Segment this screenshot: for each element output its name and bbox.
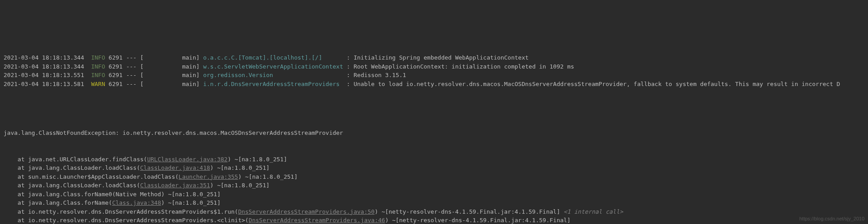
stack-text: at java.lang.ClassLoader.loadClass(	[4, 164, 140, 171]
source-link[interactable]: ClassLoader.java:351	[140, 182, 210, 189]
log-dash: ---	[126, 54, 136, 61]
log-thread: [ main]	[140, 72, 199, 78]
source-link[interactable]: ClassLoader.java:418	[140, 164, 210, 171]
log-dash: ---	[126, 81, 136, 87]
log-thread: [ main]	[140, 54, 199, 61]
log-logger: o.a.c.c.C.[Tomcat].[localhost].[/]	[203, 54, 322, 61]
console-log-area: 2021-03-04 18:18:13.344 INFO 6291 --- [ …	[0, 35, 868, 224]
stack-frame: at java.lang.Class.forName(Class.java:34…	[4, 198, 864, 207]
log-dash: ---	[126, 72, 136, 78]
log-logger: i.n.r.d.DnsServerAddressStreamProviders	[203, 81, 339, 87]
log-message: : Unable to load io.netty.resolver.dns.m…	[347, 81, 840, 87]
stack-text: at java.lang.ClassLoader.loadClass(	[4, 182, 140, 189]
log-message: : Root WebApplicationContext: initializa…	[347, 63, 574, 70]
stack-suffix: ) ~[netty-resolver-dns-4.1.59.Final.jar:…	[385, 217, 571, 224]
stack-suffix: ) ~[na:1.8.0_251]	[210, 164, 270, 171]
stack-text: at java.lang.Class.forName(	[4, 199, 112, 206]
log-level: WARN	[91, 81, 105, 87]
log-level: INFO	[91, 54, 105, 61]
log-pid: 6291	[109, 63, 123, 70]
log-pid: 6291	[109, 54, 123, 61]
source-link[interactable]: DnsServerAddressStreamProviders.java:46	[249, 217, 385, 224]
stack-text: at io.netty.resolver.dns.DnsServerAddres…	[4, 217, 249, 224]
log-thread: [ main]	[140, 63, 199, 70]
log-level: INFO	[91, 63, 105, 70]
log-message: : Redisson 3.15.1	[347, 72, 406, 78]
stack-text: at java.net.URLClassLoader.findClass(	[4, 156, 147, 163]
stack-suffix: ) ~[na:1.8.0_251]	[238, 173, 297, 180]
log-line: 2021-03-04 18:18:13.344 INFO 6291 --- [ …	[4, 62, 864, 71]
log-pid: 6291	[109, 72, 123, 78]
exception-header: java.lang.ClassNotFoundException: io.net…	[4, 129, 864, 138]
stack-suffix: ) ~[netty-resolver-dns-4.1.59.Final.jar:…	[375, 208, 560, 215]
log-message: : Initializing Spring embedded WebApplic…	[347, 54, 529, 61]
stack-frame: at java.lang.Class.forName0(Native Metho…	[4, 190, 864, 199]
source-link[interactable]: Class.java:348	[112, 199, 161, 206]
watermark: https://blog.csdn.net/sjy_2010	[799, 215, 864, 223]
stack-text: at sun.misc.Launcher$AppClassLoader.load…	[4, 173, 178, 180]
stack-frame: at sun.misc.Launcher$AppClassLoader.load…	[4, 172, 864, 181]
stack-suffix: ) ~[na:1.8.0_251]	[228, 156, 287, 163]
log-thread: [ main]	[140, 81, 199, 87]
source-link[interactable]: DnsServerAddressStreamProviders.java:50	[238, 208, 374, 215]
log-logger: w.s.c.ServletWebServerApplicationContext	[203, 63, 343, 70]
stack-text: at java.lang.Class.forName0(Native Metho…	[4, 191, 220, 198]
log-timestamp: 2021-03-04 18:18:13.344	[4, 54, 84, 61]
log-line: 2021-03-04 18:18:13.551 INFO 6291 --- [ …	[4, 71, 864, 80]
source-link[interactable]: URLClassLoader.java:382	[147, 156, 228, 163]
stack-frame: at java.net.URLClassLoader.findClass(URL…	[4, 155, 864, 164]
stack-text: at io.netty.resolver.dns.DnsServerAddres…	[4, 208, 238, 215]
log-line: 2021-03-04 18:18:13.581 WARN 6291 --- [ …	[4, 80, 864, 89]
log-line: 2021-03-04 18:18:13.344 INFO 6291 --- [ …	[4, 53, 864, 62]
log-dash: ---	[126, 63, 136, 70]
internal-call-note: <1 internal call>	[560, 208, 623, 215]
log-timestamp: 2021-03-04 18:18:13.551	[4, 72, 84, 78]
log-timestamp: 2021-03-04 18:18:13.581	[4, 81, 84, 87]
stack-frame: at java.lang.ClassLoader.loadClass(Class…	[4, 181, 864, 190]
log-pid: 6291	[109, 81, 123, 87]
stack-frame: at io.netty.resolver.dns.DnsServerAddres…	[4, 216, 864, 224]
source-link[interactable]: Launcher.java:355	[178, 173, 238, 180]
log-timestamp: 2021-03-04 18:18:13.344	[4, 63, 84, 70]
stack-suffix: ) ~[na:1.8.0_251]	[210, 182, 270, 189]
log-logger: org.redisson.Version	[203, 72, 273, 78]
stack-frame: at java.lang.ClassLoader.loadClass(Class…	[4, 164, 864, 172]
stack-frame: at io.netty.resolver.dns.DnsServerAddres…	[4, 207, 864, 216]
log-level: INFO	[91, 72, 105, 78]
stack-suffix: ) ~[na:1.8.0_251]	[161, 199, 220, 206]
